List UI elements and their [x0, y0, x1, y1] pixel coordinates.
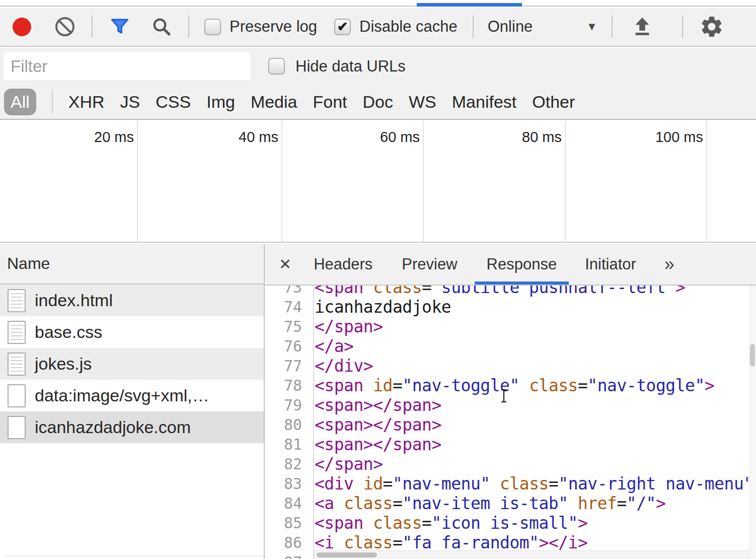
- import-har-button[interactable]: [631, 15, 654, 38]
- type-tab-media[interactable]: Media: [251, 92, 297, 112]
- token-attr: id: [373, 376, 393, 395]
- close-detail-button[interactable]: ✕: [279, 244, 291, 285]
- code-line: 75</span>: [265, 317, 749, 336]
- token-tag: <span></span>: [315, 395, 441, 415]
- detail-tab-preview[interactable]: Preview: [402, 244, 457, 285]
- type-tab-xhr[interactable]: XHR: [68, 92, 105, 112]
- token-attr: class: [500, 474, 549, 494]
- active-panel-tab-underline: [417, 3, 522, 7]
- request-row[interactable]: base.css: [0, 316, 264, 348]
- timeline-overview[interactable]: 20 ms40 ms60 ms80 ms100 ms: [0, 121, 756, 243]
- vertical-scrollbar-thumb[interactable]: [750, 344, 755, 367]
- line-content: </span>: [308, 317, 383, 336]
- token-tag: </span>: [315, 454, 383, 474]
- token-plain: =: [393, 376, 402, 395]
- timeline-gridline: [706, 121, 707, 242]
- request-row[interactable]: icanhazdadjoke.com: [0, 411, 264, 443]
- token-str: "nav-right nav-menu": [558, 474, 749, 494]
- upload-icon: [631, 15, 654, 38]
- filter-toggle-button[interactable]: [109, 16, 131, 37]
- type-tab-font[interactable]: Font: [313, 92, 347, 112]
- line-number: 82: [265, 454, 308, 474]
- line-number: 81: [265, 435, 308, 454]
- token-plain: icanhazdadjoke: [315, 297, 451, 317]
- type-tab-js[interactable]: JS: [120, 92, 140, 112]
- devtools-tab-strip: [0, 0, 756, 7]
- token-tag: <span: [315, 376, 363, 395]
- main-split: Name index.htmlbase.cssjokes.jsdata:imag…: [0, 244, 756, 559]
- token-attr: id: [363, 474, 383, 494]
- disable-cache-checkbox[interactable]: ✔: [334, 19, 351, 35]
- timeline-tick-label: 80 ms: [481, 129, 562, 146]
- hide-data-urls-checkbox[interactable]: [268, 58, 285, 75]
- settings-button[interactable]: [699, 14, 724, 39]
- type-tab-css[interactable]: CSS: [156, 92, 191, 112]
- filter-input[interactable]: [4, 52, 250, 80]
- throttling-selected-value: Online: [488, 18, 533, 36]
- detail-tab-response[interactable]: Response: [487, 244, 557, 285]
- token-tag: <span: [315, 513, 363, 533]
- token-tag: <span></span>: [315, 435, 441, 454]
- name-column-header[interactable]: Name: [0, 244, 264, 285]
- line-content: <a class="nav-item is-tab" href="/">: [308, 494, 665, 513]
- detail-tab-headers[interactable]: Headers: [314, 244, 372, 285]
- type-tab-doc[interactable]: Doc: [363, 92, 393, 112]
- line-content: <div id="nav-menu" class="nav-right nav-…: [308, 474, 749, 494]
- request-name: base.css: [35, 322, 102, 342]
- close-icon: ✕: [279, 255, 291, 273]
- horizontal-scrollbar[interactable]: [314, 550, 749, 559]
- token-tag: <span: [315, 286, 363, 297]
- chevrons-right-icon: »: [664, 254, 674, 275]
- timeline-gridline: [281, 121, 282, 242]
- horizontal-scrollbar-thumb[interactable]: [317, 552, 377, 557]
- line-number: 75: [265, 317, 308, 336]
- line-number: 76: [265, 336, 308, 356]
- token-tag: >: [675, 286, 685, 297]
- request-name: data:image/svg+xml,…: [35, 386, 209, 405]
- type-tab-other[interactable]: Other: [532, 92, 575, 112]
- document-text-lines: [11, 357, 23, 372]
- token-tag: </i>: [549, 533, 587, 552]
- token-tag: <span></span>: [315, 415, 441, 435]
- response-source-view[interactable]: 73<span class="subtitle pushhalf--left">…: [265, 286, 749, 559]
- type-tab-all[interactable]: All: [4, 89, 36, 115]
- line-number: 79: [265, 395, 308, 415]
- line-content: <span class="subtitle pushhalf--left">: [308, 286, 685, 297]
- line-number: 78: [265, 376, 308, 395]
- checkmark-icon: ✔: [337, 20, 348, 33]
- search-button[interactable]: [151, 16, 172, 37]
- record-button[interactable]: [13, 18, 31, 36]
- line-number: 77: [265, 356, 308, 376]
- preserve-log-checkbox[interactable]: [204, 19, 221, 35]
- line-number: 87: [265, 552, 308, 559]
- detail-tab-initiator[interactable]: Initiator: [585, 244, 636, 285]
- code-line: 84<a class="nav-item is-tab" href="/">: [265, 494, 749, 513]
- type-tab-ws[interactable]: WS: [409, 92, 436, 112]
- request-row[interactable]: index.html: [0, 285, 264, 316]
- type-tabs-divider: [52, 90, 53, 114]
- line-number: 73: [265, 286, 308, 297]
- request-row[interactable]: data:image/svg+xml,…: [0, 380, 264, 411]
- token-str: "subtitle pushhalf--left": [431, 286, 675, 297]
- document-text-lines: [11, 293, 23, 308]
- request-row[interactable]: jokes.js: [0, 348, 264, 380]
- line-number: 85: [265, 513, 308, 533]
- gear-icon: [699, 14, 724, 39]
- token-tag: <a: [315, 494, 334, 513]
- gutter-divider: [313, 286, 314, 559]
- type-tab-manifest[interactable]: Manifest: [452, 92, 517, 112]
- search-icon: [151, 16, 172, 37]
- token-str: "nav-item is-tab": [402, 494, 568, 513]
- token-attr: class: [344, 533, 393, 552]
- token-plain: [363, 286, 373, 297]
- token-plain: =: [393, 494, 402, 513]
- vertical-scrollbar[interactable]: [749, 286, 756, 559]
- clear-button[interactable]: [55, 17, 74, 36]
- line-content: <span id="nav-toggle" class="nav-toggle"…: [308, 376, 714, 395]
- line-content: </span>: [308, 454, 383, 474]
- throttling-select[interactable]: Online ▼: [488, 18, 597, 36]
- code-line: 73<span class="subtitle pushhalf--left">: [265, 286, 749, 297]
- type-tab-img[interactable]: Img: [206, 92, 235, 112]
- more-tabs-button[interactable]: »: [664, 244, 674, 285]
- token-tag: >: [539, 533, 549, 552]
